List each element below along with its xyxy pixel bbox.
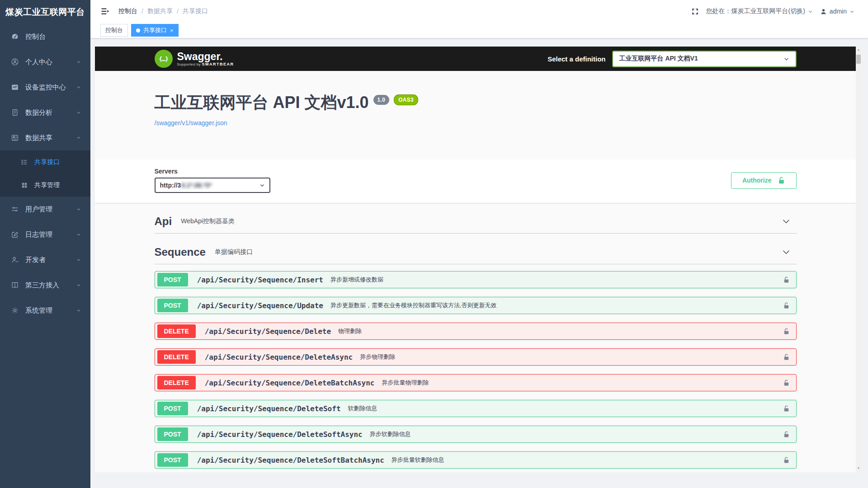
- sidebar-item-data-analysis[interactable]: 数据分析: [0, 100, 90, 125]
- sidebar-item-label: 系统管理: [25, 306, 52, 315]
- chevron-down-icon: [76, 206, 81, 212]
- sidebar-item-label: 数据共享: [25, 134, 52, 142]
- sidebar-item-console[interactable]: 控制台: [0, 24, 90, 49]
- section-api[interactable]: ApiWebApi控制器基类: [155, 210, 797, 234]
- app-logo: 煤炭工业互联网平台: [0, 0, 90, 24]
- endpoint-path: /api/Security/Sequence/DeleteSoftBatchAs…: [197, 456, 384, 465]
- server-select[interactable]: http://30.1*.08.*3*: [155, 178, 270, 193]
- tags-view-bar: 控制台 共享接口 ×: [90, 23, 868, 38]
- sidebar-item-label: 共享接口: [34, 158, 60, 166]
- endpoint-deleteasync[interactable]: DELETE/api/Security/Sequence/DeleteAsync…: [155, 348, 797, 366]
- chevron-down-icon[interactable]: [781, 247, 791, 257]
- authorize-button[interactable]: Authorize: [731, 172, 797, 189]
- endpoint-path: /api/Security/Sequence/DeleteSoft: [197, 404, 341, 413]
- unlock-icon: [778, 176, 785, 185]
- sidebar-item-label: 共享管理: [34, 181, 60, 189]
- endpoint-description: 软删除信息: [348, 404, 377, 413]
- endpoint-delete[interactable]: DELETE/api/Security/Sequence/Delete物理删除: [155, 323, 797, 340]
- oas-badge: OAS3: [394, 94, 418, 105]
- section-sequence[interactable]: Sequence单据编码接口: [155, 240, 797, 264]
- sidebar-item-device-monitor[interactable]: 设备监控中心: [0, 75, 90, 100]
- endpoint-update[interactable]: POST/api/Security/Sequence/Update异步更新数据，…: [155, 297, 797, 314]
- breadcrumb: 控制台 / 数据共享 / 共享接口: [118, 7, 208, 15]
- endpoint-description: 异步新增或修改数据: [330, 276, 383, 284]
- breadcrumb-item-data-sharing[interactable]: 数据共享: [147, 7, 173, 15]
- redacted-server-host: 0.1*.08.*3*: [181, 182, 212, 189]
- sidebar-item-user-management[interactable]: 用户管理: [0, 197, 90, 222]
- chevron-up-icon: [76, 135, 81, 141]
- sliders-icon: [11, 205, 19, 213]
- report-icon: [11, 108, 19, 117]
- endpoint-description: 异步更新数据，需要在业务模块控制器重写该方法,否则更新无效: [330, 301, 497, 310]
- definition-select-label: Select a definition: [547, 55, 605, 63]
- chevron-down-icon: [76, 257, 81, 263]
- lock-icon[interactable]: [783, 276, 790, 284]
- sidebar-item-developer[interactable]: 开发者: [0, 247, 90, 272]
- sidebar-item-shared-management[interactable]: 共享管理: [0, 174, 90, 197]
- tab-console[interactable]: 控制台: [100, 24, 128, 37]
- sidebar-item-label: 日志管理: [25, 230, 52, 239]
- user-menu[interactable]: admin: [820, 8, 854, 15]
- fullscreen-icon[interactable]: [691, 8, 699, 15]
- chevron-down-icon: [849, 9, 854, 14]
- sidebar-item-system-management[interactable]: 系统管理: [0, 298, 90, 323]
- endpoint-deletesoftasync[interactable]: POST/api/Security/Sequence/DeleteSoftAsy…: [155, 426, 797, 443]
- lock-icon[interactable]: [783, 353, 790, 361]
- endpoint-path: /api/Security/Sequence/Insert: [197, 276, 323, 284]
- sidebar-item-data-sharing[interactable]: 数据共享: [0, 125, 90, 150]
- sidebar-menu: 控制台个人中心设备监控中心数据分析数据共享共享接口共享管理用户管理日志管理开发者…: [0, 24, 90, 323]
- close-tab-icon[interactable]: ×: [170, 28, 174, 33]
- spec-link[interactable]: /swagger/v1/swagger.json: [155, 119, 227, 127]
- version-badge: 1.0: [373, 95, 390, 105]
- method-badge: DELETE: [157, 376, 196, 389]
- sidebar-toggle-icon[interactable]: [100, 7, 109, 16]
- sidebar-item-shared-interface[interactable]: 共享接口: [0, 150, 90, 174]
- news-icon: [11, 134, 19, 142]
- endpoint-deletebatchasync[interactable]: DELETE/api/Security/Sequence/DeleteBatch…: [155, 374, 797, 391]
- edit-icon: [11, 230, 19, 239]
- endpoints-list: POST/api/Security/Sequence/Insert异步新增或修改…: [155, 264, 797, 469]
- chevron-down-icon: [259, 183, 265, 188]
- monitor-icon: [11, 83, 19, 91]
- lock-icon[interactable]: [783, 328, 790, 335]
- endpoint-deletesoftbatchasync[interactable]: POST/api/Security/Sequence/DeleteSoftBat…: [155, 451, 797, 469]
- endpoint-path: /api/Security/Sequence/Update: [197, 301, 323, 310]
- endpoint-insert[interactable]: POST/api/Security/Sequence/Insert异步新增或修改…: [155, 271, 797, 288]
- chevron-down-icon: [76, 110, 81, 115]
- chevron-down-icon: [76, 232, 81, 237]
- lock-icon[interactable]: [783, 431, 790, 438]
- lock-icon[interactable]: [783, 302, 790, 310]
- swagger-logo-icon: {…}: [155, 50, 173, 68]
- lock-icon[interactable]: [783, 405, 790, 413]
- endpoint-description: 异步批量物理删除: [382, 379, 429, 387]
- breadcrumb-separator: /: [142, 8, 143, 15]
- chevron-down-icon: [808, 9, 813, 14]
- endpoint-deletesoft[interactable]: POST/api/Security/Sequence/DeleteSoft软删除…: [155, 400, 797, 417]
- grid-icon: [21, 182, 28, 189]
- lock-icon[interactable]: [783, 379, 790, 387]
- scroll-down-arrow[interactable]: ▼: [856, 465, 861, 471]
- scrollbar-thumb[interactable]: [856, 55, 861, 64]
- tab-shared-interface[interactable]: 共享接口 ×: [131, 24, 179, 37]
- platform-switcher[interactable]: 您处在：煤炭工业互联网平台(切换): [706, 7, 813, 15]
- method-badge: POST: [157, 427, 188, 441]
- swagger-body: 工业互联网平台 API 文档v1.01.0OAS3 /swagger/v1/sw…: [95, 71, 856, 469]
- api-title: 工业互联网平台 API 文档v1.01.0OAS3: [155, 92, 797, 114]
- swagger-scrollbar[interactable]: ▲ ▼: [856, 47, 861, 472]
- scroll-up-arrow[interactable]: ▲: [856, 47, 861, 53]
- definition-select[interactable]: 工业互联网平台 API 文档V1: [612, 51, 797, 67]
- user-icon: [820, 8, 827, 15]
- scheme-container: Servers http://30.1*.08.*3* Authorize: [95, 160, 856, 203]
- sidebar-item-label: 数据分析: [25, 108, 52, 117]
- endpoint-description: 物理删除: [338, 327, 362, 335]
- sidebar-item-profile[interactable]: 个人中心: [0, 49, 90, 75]
- lock-icon[interactable]: [783, 456, 790, 464]
- sidebar-item-third-party[interactable]: 第三方接入: [0, 272, 90, 298]
- chevron-down-icon[interactable]: [781, 216, 791, 226]
- top-navbar: 控制台 / 数据共享 / 共享接口 您处在：煤炭工业互联网平台(切换) admi…: [90, 0, 868, 23]
- sidebar-item-log-management[interactable]: 日志管理: [0, 222, 90, 247]
- smartbear-credit: Supported by SMARTBEAR: [177, 62, 234, 66]
- section-title: Api: [155, 215, 172, 228]
- section-description: WebApi控制器基类: [181, 217, 235, 225]
- breadcrumb-item-console[interactable]: 控制台: [118, 7, 137, 15]
